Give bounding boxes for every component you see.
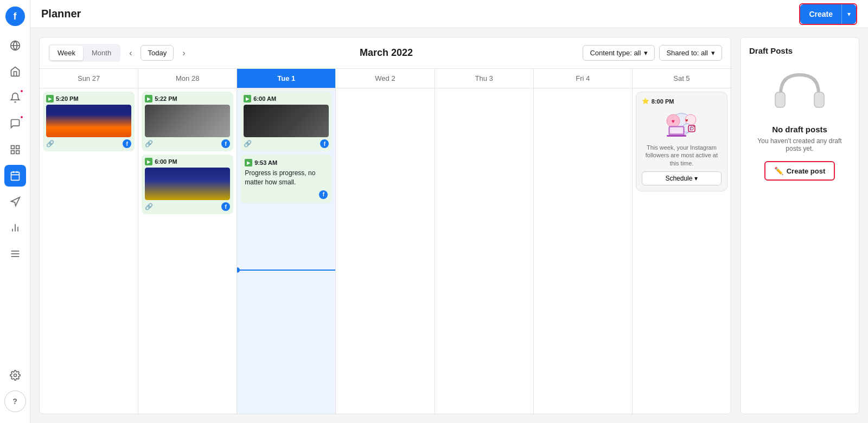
no-draft-heading: No draft posts bbox=[772, 125, 827, 134]
day-body-fri4 bbox=[534, 88, 632, 414]
month-title: March 2022 bbox=[194, 47, 579, 59]
today-button[interactable]: Today bbox=[141, 45, 174, 61]
link-icon: 🔗 bbox=[244, 140, 252, 148]
shared-to-filter[interactable]: Shared to: all ▾ bbox=[659, 45, 722, 61]
svg-rect-26 bbox=[670, 127, 683, 133]
svg-rect-29 bbox=[814, 92, 824, 107]
calendar: Week Month ‹ Today › March 2022 Content … bbox=[39, 37, 731, 414]
svg-text:♥: ♥ bbox=[685, 118, 688, 123]
link-icon: 🔗 bbox=[46, 140, 54, 148]
facebook-icon: f bbox=[320, 139, 329, 148]
create-dropdown-button[interactable]: ▾ bbox=[841, 4, 856, 24]
post-type-icon: ▶ bbox=[145, 95, 152, 102]
day-header-fri4: Fri 4 bbox=[534, 69, 632, 88]
day-col-tue1: Tue 1 ▶ 6:00 AM 🔗 f bbox=[237, 69, 336, 414]
sidebar-item-settings[interactable] bbox=[4, 364, 26, 386]
insight-card: ⭐ 8:00 PM bbox=[636, 92, 727, 191]
link-icon: 🔗 bbox=[145, 203, 153, 210]
day-col-sat5: Sat 5 ⭐ 8:00 PM bbox=[633, 69, 731, 414]
day-header-thu3: Thu 3 bbox=[435, 69, 533, 88]
insight-illustration: ♥ ♥ bbox=[642, 108, 722, 140]
link-icon: 🔗 bbox=[145, 140, 153, 148]
day-body-thu3 bbox=[435, 88, 533, 414]
sidebar-item-notifications[interactable] bbox=[4, 87, 26, 108]
svg-rect-1 bbox=[11, 146, 14, 149]
day-header-sat5: Sat 5 bbox=[633, 69, 731, 88]
time-indicator bbox=[237, 267, 335, 273]
create-post-button[interactable]: ✏️ Create post bbox=[764, 161, 835, 181]
post-text-card[interactable]: ▶ 9:53 AM Progress is progress, no matte… bbox=[240, 155, 332, 203]
day-body-tue1: ▶ 6:00 AM 🔗 f bbox=[237, 88, 335, 414]
post-thumbnail bbox=[145, 168, 230, 200]
svg-point-15 bbox=[14, 374, 16, 377]
create-button[interactable]: Create bbox=[800, 4, 841, 24]
month-view-button[interactable]: Month bbox=[84, 46, 119, 60]
day-col-sun27: Sun 27 ▶ 5:20 PM 🔗 bbox=[40, 69, 138, 414]
facebook-icon: f bbox=[319, 190, 328, 199]
day-col-wed2: Wed 2 bbox=[336, 69, 435, 414]
day-col-mon28: Mon 28 ▶ 5:22 PM 🔗 bbox=[138, 69, 237, 414]
prev-button[interactable]: ‹ bbox=[125, 46, 136, 60]
edit-icon: ✏️ bbox=[774, 166, 783, 175]
page-title: Planner bbox=[41, 8, 81, 20]
app-logo: f bbox=[5, 7, 25, 26]
sidebar-item-analytics[interactable] bbox=[4, 217, 26, 239]
next-button[interactable]: › bbox=[178, 46, 189, 60]
draft-illustration bbox=[767, 64, 832, 118]
content-area: Week Month ‹ Today › March 2022 Content … bbox=[30, 28, 868, 423]
post-text-body: Progress is progress, no matter how smal… bbox=[245, 169, 328, 187]
sidebar-bottom: ? bbox=[4, 364, 26, 416]
star-icon: ⭐ bbox=[642, 98, 649, 105]
svg-rect-4 bbox=[16, 151, 19, 154]
post-card[interactable]: ▶ 5:20 PM 🔗 f bbox=[43, 92, 135, 151]
calendar-grid: Sun 27 ▶ 5:20 PM 🔗 bbox=[40, 69, 731, 414]
no-draft-subtext: You haven't created any draft posts yet. bbox=[749, 137, 850, 152]
facebook-icon: f bbox=[221, 139, 230, 148]
sidebar: f ? bbox=[0, 0, 30, 423]
svg-rect-5 bbox=[11, 172, 19, 180]
sidebar-item-globe[interactable] bbox=[4, 35, 26, 56]
week-view-button[interactable]: Week bbox=[50, 46, 83, 60]
post-thumbnail bbox=[46, 105, 131, 137]
topbar: Planner Create ▾ bbox=[30, 0, 868, 28]
post-type-icon: ▶ bbox=[145, 158, 152, 165]
post-card[interactable]: ▶ 5:22 PM 🔗 f bbox=[142, 92, 233, 151]
day-col-thu3: Thu 3 bbox=[435, 69, 534, 414]
schedule-button[interactable]: Schedule ▾ bbox=[642, 171, 722, 185]
content-type-filter[interactable]: Content type: all ▾ bbox=[583, 45, 655, 61]
day-col-fri4: Fri 4 bbox=[534, 69, 633, 414]
post-card[interactable]: ▶ 6:00 PM 🔗 f bbox=[142, 155, 233, 214]
day-header-mon28: Mon 28 bbox=[138, 69, 237, 88]
calendar-header: Week Month ‹ Today › March 2022 Content … bbox=[40, 37, 731, 69]
sidebar-item-home[interactable] bbox=[4, 61, 26, 82]
day-body-mon28: ▶ 5:22 PM 🔗 f bbox=[138, 88, 237, 414]
insight-time: 8:00 PM bbox=[652, 98, 674, 105]
svg-point-24 bbox=[693, 126, 694, 127]
post-type-icon: ▶ bbox=[46, 95, 54, 102]
svg-rect-28 bbox=[775, 92, 785, 107]
svg-rect-27 bbox=[667, 135, 686, 137]
create-button-group: Create ▾ bbox=[799, 3, 857, 25]
svg-rect-2 bbox=[16, 146, 19, 149]
facebook-icon: f bbox=[123, 139, 131, 148]
draft-posts-panel: Draft Posts bbox=[740, 37, 859, 414]
day-header-tue1: Tue 1 bbox=[237, 69, 335, 88]
view-toggle: Week Month bbox=[48, 44, 120, 62]
main-area: Planner Create ▾ Week Month ‹ Today › Ma… bbox=[30, 0, 868, 423]
insight-text: This week, your Instagram followers are … bbox=[642, 144, 722, 167]
post-type-icon: ▶ bbox=[244, 95, 251, 102]
sidebar-item-megaphone[interactable] bbox=[4, 191, 26, 213]
post-card[interactable]: ▶ 6:00 AM 🔗 f bbox=[240, 92, 332, 151]
post-thumbnail bbox=[244, 105, 329, 137]
post-thumbnail bbox=[145, 105, 230, 137]
day-body-sun27: ▶ 5:20 PM 🔗 f bbox=[40, 88, 138, 414]
sidebar-item-calendar[interactable] bbox=[4, 165, 26, 187]
sidebar-item-grid[interactable] bbox=[4, 139, 26, 161]
sidebar-item-more[interactable] bbox=[4, 243, 26, 265]
sidebar-item-messages[interactable] bbox=[4, 113, 26, 134]
sidebar-item-help[interactable]: ? bbox=[4, 390, 26, 412]
time-line bbox=[240, 270, 335, 271]
day-header-sun27: Sun 27 bbox=[40, 69, 138, 88]
day-header-wed2: Wed 2 bbox=[336, 69, 434, 88]
post-type-icon: ▶ bbox=[245, 159, 252, 166]
